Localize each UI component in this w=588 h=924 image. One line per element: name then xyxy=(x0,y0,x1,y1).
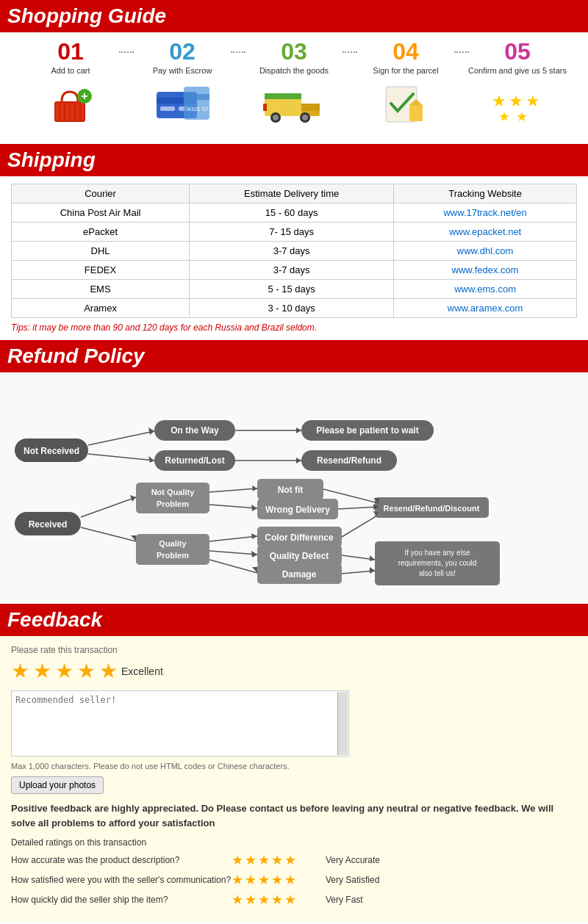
step-2-label: Pay with Escrow xyxy=(126,66,238,75)
svg-text:★: ★ xyxy=(498,109,510,123)
step-4: 04 Sign for the parcel xyxy=(350,40,462,127)
svg-rect-23 xyxy=(263,104,267,111)
svg-text:Not fit: Not fit xyxy=(278,485,304,495)
rating-stars-2: ★ ★ ★ ★ ★ xyxy=(232,872,320,888)
svg-text:requirements, you could: requirements, you could xyxy=(398,559,477,567)
time-4: 3-7 days xyxy=(190,261,394,280)
shipping-table: Courier Estimate Delivery time Tracking … xyxy=(11,184,577,318)
svg-text:Damage: Damage xyxy=(282,569,317,580)
svg-point-20 xyxy=(273,115,279,120)
detailed-ratings: Detailed ratings on this transaction How… xyxy=(11,837,577,908)
svg-marker-36 xyxy=(148,427,154,435)
svg-marker-72 xyxy=(251,533,257,539)
courier-2: ePacket xyxy=(12,223,190,242)
rating-question-1: How accurate was the product description… xyxy=(11,855,232,865)
svg-text:4321 0721 7919 9843: 4321 0721 7919 9843 xyxy=(187,106,212,112)
svg-line-71 xyxy=(209,536,257,541)
table-row: EMS 5 - 15 days www.ems.com xyxy=(12,280,577,299)
url-4[interactable]: www.fedex.com xyxy=(394,261,577,280)
courier-3: DHL xyxy=(12,242,190,261)
col-courier: Courier xyxy=(12,184,190,203)
svg-rect-14 xyxy=(184,94,209,100)
svg-text:Problem: Problem xyxy=(157,551,189,560)
step-3-icon xyxy=(238,79,350,127)
svg-line-87 xyxy=(338,507,379,509)
url-1[interactable]: www.17track.net/en xyxy=(394,203,577,223)
courier-1: China Post Air Mail xyxy=(12,203,190,223)
time-1: 15 - 60 days xyxy=(190,203,394,223)
svg-text:Resend/Refund/Discount: Resend/Refund/Discount xyxy=(384,504,480,513)
svg-line-62 xyxy=(209,505,257,508)
refund-flowchart: Not Received On the Way Please be patien… xyxy=(7,383,581,593)
url-5[interactable]: www.ems.com xyxy=(394,280,577,299)
col-delivery: Estimate Delivery time xyxy=(190,184,394,203)
svg-line-75 xyxy=(209,551,257,555)
rating-result-1: Very Accurate xyxy=(326,855,380,865)
svg-text:★: ★ xyxy=(509,92,523,110)
svg-marker-96 xyxy=(370,555,375,561)
svg-line-89 xyxy=(342,516,377,537)
rating-stars-1: ★ ★ ★ ★ ★ xyxy=(232,852,320,868)
shipping-tips: Tips: it may be more than 90 and 120 day… xyxy=(11,322,577,333)
svg-rect-13 xyxy=(184,87,209,120)
rating-row-1: How accurate was the product description… xyxy=(11,852,577,868)
scrollbar xyxy=(337,692,348,755)
star-2: ★ xyxy=(33,659,51,683)
step-5: 05 Confirm and give us 5 stars ★ ★ ★ ★ ★ xyxy=(462,40,573,127)
svg-rect-11 xyxy=(160,107,175,111)
svg-text:Not Quality: Not Quality xyxy=(151,488,196,497)
rate-label: Please rate this transaction xyxy=(11,645,577,655)
rating-stars-3: ★ ★ ★ ★ ★ xyxy=(232,892,320,908)
shopping-guide-section: Shopping Guide 01 Add to cart xyxy=(0,0,588,144)
svg-marker-98 xyxy=(370,567,375,574)
feedback-section: Feedback Please rate this transaction ★ … xyxy=(0,604,588,923)
upload-photos-button[interactable]: Upload your photos xyxy=(11,776,104,794)
svg-marker-63 xyxy=(251,505,257,511)
refund-body: Not Received On the Way Please be patien… xyxy=(0,372,588,604)
svg-text:Quality Defect: Quality Defect xyxy=(270,551,329,561)
rating-label: Excellent xyxy=(121,665,163,677)
step-1-label: Add to cart xyxy=(15,66,126,75)
svg-marker-18 xyxy=(301,104,320,111)
table-row: FEDEX 3-7 days www.fedex.com xyxy=(12,261,577,280)
svg-text:On the Way: On the Way xyxy=(171,425,219,436)
step-2-icon: 4321 0721 7919 9843 xyxy=(126,79,238,127)
svg-text:Returned/Lost: Returned/Lost xyxy=(165,455,224,466)
url-2[interactable]: www.epacket.net xyxy=(394,223,577,242)
svg-marker-40 xyxy=(296,427,301,433)
step-5-label: Confirm and give us 5 stars xyxy=(462,66,573,75)
star-4: ★ xyxy=(77,659,96,683)
time-6: 3 - 10 days xyxy=(190,299,394,318)
time-3: 3-7 days xyxy=(190,242,394,261)
svg-marker-76 xyxy=(251,551,257,557)
svg-line-58 xyxy=(209,488,257,492)
svg-text:Resend/Refund: Resend/Refund xyxy=(317,455,381,466)
table-row: DHL 3-7 days www.dhl.com xyxy=(12,242,577,261)
url-3[interactable]: www.dhl.com xyxy=(394,242,577,261)
shipping-section: Shipping Courier Estimate Delivery time … xyxy=(0,144,588,340)
svg-text:Not Received: Not Received xyxy=(24,446,79,456)
step-3-number: 03 xyxy=(238,40,350,63)
step-4-icon xyxy=(350,79,462,127)
time-2: 7- 15 days xyxy=(190,223,394,242)
svg-text:★: ★ xyxy=(492,92,506,110)
feedback-header: Feedback xyxy=(0,604,588,636)
svg-text:Problem: Problem xyxy=(157,499,189,508)
step-5-number: 05 xyxy=(462,40,573,63)
feedback-note: Positive feedback are highly appreciated… xyxy=(11,801,577,830)
svg-text:Color Difference: Color Difference xyxy=(265,533,334,543)
col-tracking: Tracking Website xyxy=(394,184,577,203)
svg-marker-54 xyxy=(130,495,136,502)
steps-row: 01 Add to cart + xyxy=(15,40,573,127)
url-6[interactable]: www.aramex.com xyxy=(394,299,577,318)
svg-text:Received: Received xyxy=(29,519,68,530)
refund-section: Refund Policy Not Received On the Way Pl… xyxy=(0,340,588,604)
courier-4: FEDEX xyxy=(12,261,190,280)
feedback-body: Please rate this transaction ★ ★ ★ ★ ★ E… xyxy=(0,636,588,923)
feedback-textarea[interactable] xyxy=(11,690,349,757)
svg-rect-16 xyxy=(265,98,301,116)
svg-line-35 xyxy=(88,431,154,445)
star-3: ★ xyxy=(55,659,74,683)
svg-marker-48 xyxy=(296,458,301,463)
star-1: ★ xyxy=(11,659,29,683)
